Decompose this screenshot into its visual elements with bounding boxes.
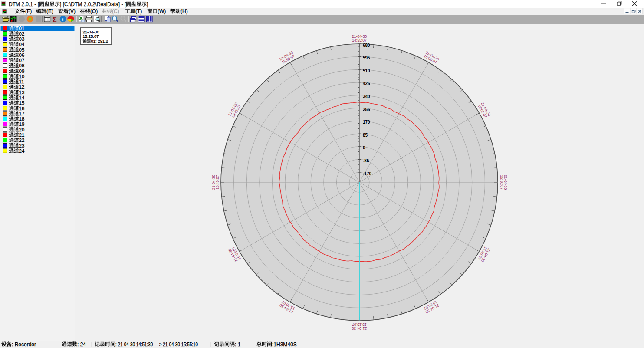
- svg-text:13: 13: [19, 90, 25, 95]
- svg-text:12: 12: [19, 84, 25, 89]
- svg-text:04: 04: [19, 42, 25, 47]
- svg-text:425: 425: [363, 81, 370, 86]
- svg-text:19: 19: [19, 121, 25, 127]
- svg-text:03: 03: [19, 36, 25, 42]
- svg-text:16: 16: [19, 106, 25, 111]
- svg-text:15:25:07: 15:25:07: [352, 322, 367, 327]
- svg-text:15:40:07: 15:40:07: [215, 175, 220, 190]
- svg-text:0: 0: [363, 145, 365, 150]
- svg-text:06: 06: [19, 53, 25, 58]
- svg-text:255: 255: [363, 107, 370, 112]
- svg-text:11: 11: [19, 79, 24, 84]
- svg-text:(T): (T): [135, 8, 142, 14]
- svg-text:680: 680: [363, 43, 370, 48]
- svg-text:02: 02: [19, 31, 25, 36]
- svg-text:15:10:07: 15:10:07: [499, 175, 504, 190]
- svg-text:(F): (F): [25, 8, 32, 14]
- svg-text:24: 24: [19, 148, 25, 154]
- svg-text:(C): (C): [112, 8, 119, 14]
- svg-text:: 21-04-30 14:51:30 ==> 21-04-: : 21-04-30 14:51:30 ==> 21-04-30 15:55:1…: [115, 341, 198, 348]
- svg-text:(W): (W): [158, 8, 166, 14]
- svg-text:14:55:07: 14:55:07: [352, 38, 367, 43]
- svg-text:: 1: : 1: [235, 341, 241, 348]
- svg-text:15:25:07: 15:25:07: [83, 34, 99, 39]
- svg-text:(E): (E): [46, 8, 53, 14]
- svg-text:-85: -85: [363, 158, 369, 163]
- svg-text:10: 10: [19, 74, 25, 79]
- svg-text:-170: -170: [363, 171, 371, 176]
- svg-text:: 24: : 24: [77, 341, 86, 348]
- svg-text:08: 08: [19, 63, 25, 68]
- svg-text:22: 22: [19, 138, 25, 143]
- svg-text:: Recorder: : Recorder: [12, 341, 36, 348]
- svg-text:20: 20: [19, 127, 25, 132]
- svg-text:85: 85: [363, 133, 368, 138]
- svg-text:09: 09: [19, 69, 25, 74]
- svg-text:Σ: Σ: [53, 16, 57, 24]
- svg-text:595: 595: [363, 56, 370, 60]
- svg-text:01: 01: [19, 26, 25, 31]
- svg-text:510: 510: [363, 69, 370, 73]
- svg-text:340: 340: [363, 94, 370, 99]
- svg-text:17: 17: [19, 111, 25, 116]
- svg-text:170: 170: [363, 120, 370, 125]
- svg-text:05: 05: [19, 47, 25, 53]
- svg-text:14: 14: [19, 95, 25, 100]
- svg-text:] [C:\DTM 2.0.2\RealData] - [: ] [C:\DTM 2.0.2\RealData] - [: [60, 1, 126, 7]
- svg-text:15: 15: [19, 100, 25, 105]
- svg-text:07: 07: [19, 58, 25, 63]
- svg-text:]: ]: [147, 1, 148, 7]
- svg-text:(H): (H): [181, 8, 188, 14]
- svg-text:DTM 2.0.1 - [: DTM 2.0.1 - [: [9, 1, 39, 7]
- svg-text:23: 23: [19, 143, 25, 148]
- svg-text::1H3M40S: :1H3M40S: [272, 341, 297, 348]
- svg-text:21: 21: [19, 132, 25, 138]
- svg-text:01: 291.2: 01: 291.2: [91, 39, 108, 43]
- svg-text:18: 18: [19, 116, 25, 121]
- svg-text:(O): (O): [90, 8, 98, 14]
- svg-text:(V): (V): [69, 8, 76, 14]
- svg-text:i: i: [62, 17, 64, 22]
